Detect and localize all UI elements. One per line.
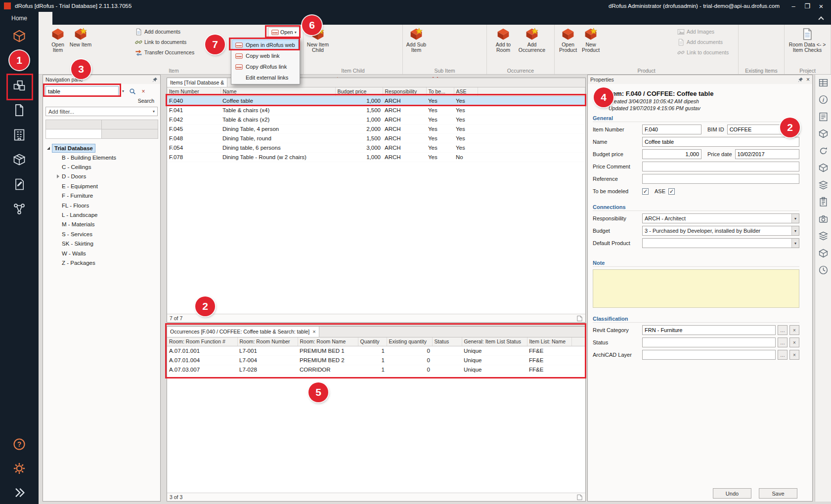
sidebar-button[interactable] bbox=[12, 127, 27, 142]
tree-item[interactable]: F - Furniture bbox=[43, 191, 160, 201]
tab-items-list[interactable]: Items [Trial Database & bbox=[167, 78, 227, 87]
price-date-input[interactable] bbox=[735, 149, 799, 159]
ribbon-big-button[interactable]: New Product bbox=[579, 26, 602, 53]
tree-item[interactable]: SK - Skirting bbox=[43, 239, 160, 249]
column-header[interactable]: Responsibility bbox=[383, 87, 426, 96]
ribbon-big-button[interactable]: Add Occurrence bbox=[518, 26, 546, 53]
tree-item[interactable]: L - Landscape bbox=[43, 210, 160, 219]
nav-tree-mode-tab[interactable] bbox=[101, 129, 158, 139]
column-header[interactable]: General: Item List Status bbox=[462, 337, 527, 346]
item-row[interactable]: F.041 Table & chairs (x4) 1,500 ARCH Yes… bbox=[167, 105, 585, 115]
ribbon-small-button[interactable]: Add documents bbox=[677, 38, 729, 46]
budget-select[interactable]: 3 - Purchased by Developer, installed by… bbox=[642, 226, 799, 236]
item-row[interactable]: F.040 Coffee table 1,000 ARCH Yes Yes bbox=[167, 96, 585, 105]
sidebar-button[interactable] bbox=[12, 485, 27, 500]
column-header[interactable]: ASE bbox=[454, 87, 478, 96]
close-tab-icon[interactable]: × bbox=[312, 327, 315, 337]
ribbon-small-button[interactable]: Add Images bbox=[677, 27, 729, 36]
column-header[interactable]: To be... bbox=[426, 87, 454, 96]
search-input[interactable] bbox=[45, 86, 119, 96]
ribbon-big-button[interactable]: Room Data <- > Item Checks bbox=[787, 26, 828, 53]
tree-item[interactable]: B - Building Elements bbox=[43, 153, 160, 162]
item-row[interactable]: F.045 Dining Table, 4 person 2,000 ARCH … bbox=[167, 124, 585, 133]
ribbon-big-button[interactable]: Open Item bbox=[46, 26, 69, 53]
note-textarea[interactable] bbox=[593, 269, 799, 308]
to-be-modeled-checkbox[interactable] bbox=[642, 188, 649, 195]
right-toolbar-button[interactable] bbox=[817, 178, 830, 191]
close-icon[interactable]: × bbox=[814, 0, 828, 11]
occurrence-row[interactable]: A.07.01.001 L7-001 PREMIUM BED 1 1 0 Uni… bbox=[167, 346, 585, 355]
tree-item[interactable]: W - Walls bbox=[43, 249, 160, 258]
sidebar-button[interactable] bbox=[12, 29, 27, 43]
occurrence-row[interactable]: A.07.03.007 L7-028 CORRIDOR 1 0 Unique F… bbox=[167, 365, 585, 374]
right-toolbar-button[interactable] bbox=[817, 264, 830, 277]
tab-occurrences[interactable]: Occurrences [F.040 / COFFEE: Coffee tabl… bbox=[167, 327, 319, 337]
tree-item[interactable]: S - Services bbox=[43, 229, 160, 239]
ribbon-small-button[interactable]: Link to documents bbox=[677, 48, 729, 57]
menu-item[interactable]: Edit external links bbox=[232, 72, 299, 83]
status-clear-button[interactable]: × bbox=[789, 337, 799, 347]
revit-category-browse-button[interactable]: … bbox=[778, 325, 787, 335]
minimize-icon[interactable]: – bbox=[787, 0, 800, 11]
collapse-ribbon-button[interactable] bbox=[819, 12, 823, 25]
close-panel-icon[interactable]: × bbox=[806, 77, 810, 83]
ribbon-big-button[interactable]: Open Product bbox=[557, 26, 579, 53]
sidebar-button[interactable] bbox=[12, 78, 27, 93]
archicad-layer-browse-button[interactable]: … bbox=[778, 350, 787, 360]
occurrence-row[interactable]: A.07.01.004 L7-004 PREMIUM BED 2 1 0 Uni… bbox=[167, 355, 585, 365]
columns-icon[interactable] bbox=[576, 315, 583, 322]
undo-button[interactable]: Undo bbox=[713, 488, 751, 499]
default-product-select[interactable]: ▾ bbox=[642, 238, 799, 248]
sidebar-button[interactable] bbox=[12, 103, 27, 118]
right-toolbar-button[interactable] bbox=[817, 93, 830, 106]
right-toolbar-button[interactable] bbox=[817, 162, 830, 174]
reference-input[interactable] bbox=[642, 174, 799, 184]
archicad-layer-clear-button[interactable]: × bbox=[789, 350, 799, 360]
column-header[interactable]: Room: Room Number bbox=[237, 337, 298, 346]
search-icon[interactable] bbox=[128, 86, 137, 96]
ribbon-tab[interactable] bbox=[94, 12, 108, 25]
price-comment-input[interactable] bbox=[642, 162, 799, 171]
status-browse-button[interactable]: … bbox=[778, 337, 787, 347]
item-row[interactable]: F.042 Table & chairs (x2) 1,000 ARCH Yes… bbox=[167, 115, 585, 124]
responsibility-select[interactable]: ARCH - Architect ▾ bbox=[642, 213, 799, 223]
archicad-layer-input[interactable] bbox=[642, 350, 776, 360]
tree-item[interactable]: C - Ceilings bbox=[43, 162, 160, 171]
tree-item[interactable]: M - Materials bbox=[43, 220, 160, 229]
column-header[interactable]: Room: Room Function # bbox=[167, 337, 237, 346]
column-header[interactable]: Quantity bbox=[358, 337, 387, 346]
nav-tree-mode-tab[interactable] bbox=[101, 120, 158, 129]
add-filter-select[interactable]: Add filter... ▾ bbox=[45, 107, 158, 116]
status-input[interactable] bbox=[642, 337, 776, 347]
sidebar-button[interactable] bbox=[12, 461, 27, 476]
nav-tree-mode-tab[interactable] bbox=[45, 120, 102, 129]
nav-tree-mode-tab[interactable] bbox=[45, 129, 102, 139]
column-header[interactable]: Budget price bbox=[335, 87, 383, 96]
item-number-input[interactable] bbox=[642, 125, 701, 134]
ribbon-big-button[interactable]: Add to Room bbox=[489, 26, 518, 53]
ribbon-tab[interactable] bbox=[66, 12, 80, 25]
right-toolbar-button[interactable] bbox=[817, 196, 830, 209]
name-input[interactable] bbox=[642, 137, 799, 147]
item-row[interactable]: F.078 Dining Table - Round (w 2 chairs) … bbox=[167, 152, 585, 162]
column-header[interactable]: Existing quantity bbox=[387, 337, 432, 346]
tree-item[interactable]: Z - Packages bbox=[43, 258, 160, 267]
save-button[interactable]: Save bbox=[759, 488, 797, 499]
ribbon-small-button[interactable]: Add documents bbox=[135, 27, 194, 36]
ase-checkbox[interactable] bbox=[668, 188, 675, 195]
right-toolbar-button[interactable] bbox=[817, 110, 830, 123]
column-header[interactable]: Name bbox=[220, 87, 335, 96]
column-header[interactable]: Room: Room Name bbox=[298, 337, 358, 346]
sidebar-button[interactable] bbox=[12, 177, 27, 192]
item-row[interactable]: F.054 Dining table, 6 persons 3,000 ARCH… bbox=[167, 143, 585, 152]
item-row[interactable]: F.048 Dining Table, round 1,500 ARCH Yes… bbox=[167, 133, 585, 143]
right-toolbar-button[interactable] bbox=[817, 144, 830, 157]
ribbon-small-button[interactable]: Transfer Occurrences bbox=[135, 48, 194, 57]
ribbon-small-button[interactable]: Link to documents bbox=[135, 38, 194, 46]
menu-item[interactable]: Open in dRofus web bbox=[232, 40, 299, 50]
right-toolbar-button[interactable] bbox=[817, 247, 830, 259]
ribbon-big-button[interactable]: New Item bbox=[69, 26, 92, 53]
right-toolbar-button[interactable] bbox=[817, 127, 830, 140]
sidebar-button[interactable] bbox=[12, 202, 27, 216]
ribbon-tab[interactable] bbox=[39, 12, 52, 25]
